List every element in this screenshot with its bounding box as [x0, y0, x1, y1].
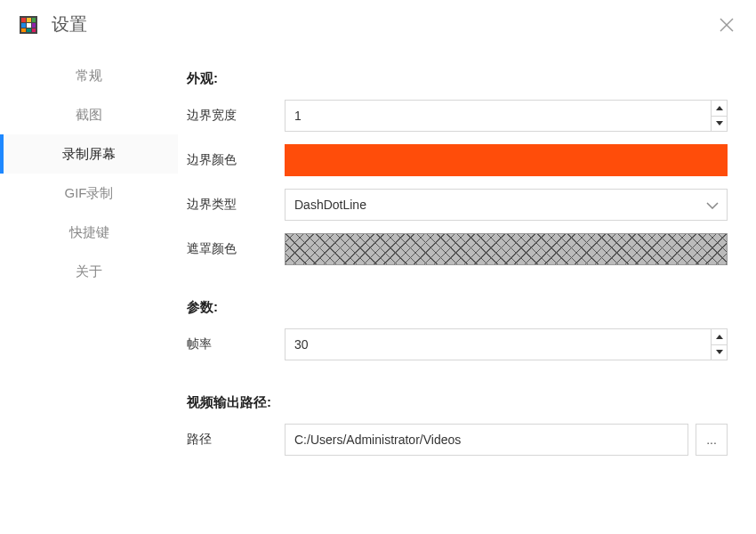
- row-border-type: 边界类型 DashDotLine: [187, 189, 728, 221]
- row-mask-color: 遮罩颜色: [187, 233, 728, 265]
- app-icon: [18, 14, 39, 36]
- row-path: 路径 ...: [187, 424, 728, 456]
- spin-up-button[interactable]: [712, 329, 727, 345]
- svg-rect-7: [21, 28, 26, 32]
- svg-rect-9: [32, 28, 36, 32]
- sidebar-item-label: 关于: [76, 263, 102, 280]
- spin-down-button[interactable]: [712, 345, 727, 360]
- close-icon: [719, 17, 735, 33]
- caret-up-icon: [716, 106, 723, 110]
- svg-rect-1: [21, 18, 26, 22]
- caret-down-icon: [716, 350, 723, 354]
- section-title-appearance: 外观:: [187, 70, 728, 87]
- svg-marker-12: [716, 106, 723, 110]
- mask-color-swatch[interactable]: [285, 233, 728, 265]
- section-title-params: 参数:: [187, 299, 728, 316]
- titlebar: 设置: [0, 0, 756, 45]
- content-panel: 外观: 边界宽度 边界颜色 边界类型: [178, 45, 756, 534]
- close-button[interactable]: [715, 13, 738, 36]
- sidebar-item-label: 常规: [76, 68, 102, 85]
- section-title-output: 视频输出路径:: [187, 394, 728, 411]
- border-width-stepper[interactable]: [285, 100, 728, 132]
- spin-down-button[interactable]: [712, 117, 727, 132]
- label-fps: 帧率: [187, 336, 285, 352]
- sidebar-item-label: 录制屏幕: [62, 146, 116, 163]
- path-input[interactable]: [285, 424, 688, 456]
- border-type-select[interactable]: DashDotLine: [285, 189, 728, 221]
- label-path: 路径: [187, 432, 285, 448]
- spin-up-button[interactable]: [712, 101, 727, 117]
- svg-rect-2: [27, 18, 31, 22]
- sidebar-item-screenshot[interactable]: 截图: [0, 95, 178, 134]
- sidebar-item-about[interactable]: 关于: [0, 252, 178, 291]
- sidebar-item-general[interactable]: 常规: [0, 56, 178, 95]
- svg-rect-3: [32, 18, 36, 22]
- window-title: 设置: [52, 12, 87, 36]
- window-body: 常规 截图 录制屏幕 GIF录制 快捷键 关于 外观: 边界宽度 边界颜: [0, 45, 756, 534]
- label-border-width: 边界宽度: [187, 108, 285, 124]
- border-width-input[interactable]: [285, 100, 728, 132]
- label-border-color: 边界颜色: [187, 152, 285, 168]
- svg-rect-5: [27, 23, 31, 28]
- browse-label: ...: [706, 433, 717, 447]
- fps-stepper[interactable]: [285, 328, 728, 360]
- row-border-width: 边界宽度: [187, 100, 728, 132]
- sidebar-item-label: 快捷键: [69, 224, 109, 241]
- sidebar: 常规 截图 录制屏幕 GIF录制 快捷键 关于: [0, 45, 178, 534]
- sidebar-item-record-screen[interactable]: 录制屏幕: [0, 134, 178, 174]
- border-type-value: DashDotLine: [294, 198, 366, 212]
- label-border-type: 边界类型: [187, 197, 285, 213]
- row-fps: 帧率: [187, 328, 728, 360]
- border-color-swatch[interactable]: [285, 144, 728, 176]
- row-border-color: 边界颜色: [187, 144, 728, 176]
- svg-rect-4: [21, 23, 26, 28]
- caret-up-icon: [716, 335, 723, 339]
- sidebar-item-label: 截图: [76, 107, 102, 124]
- label-mask-color: 遮罩颜色: [187, 241, 285, 257]
- sidebar-item-gif-record[interactable]: GIF录制: [0, 174, 178, 213]
- svg-marker-14: [716, 335, 723, 339]
- browse-button[interactable]: ...: [696, 424, 728, 456]
- settings-window: 设置 常规 截图 录制屏幕 GIF录制 快捷键 关于 外观: 边界宽度: [0, 0, 756, 534]
- svg-rect-8: [27, 28, 31, 32]
- fps-input[interactable]: [285, 328, 728, 360]
- svg-rect-6: [32, 23, 36, 28]
- sidebar-item-hotkeys[interactable]: 快捷键: [0, 213, 178, 252]
- sidebar-item-label: GIF录制: [65, 185, 114, 202]
- svg-marker-15: [716, 350, 723, 354]
- svg-marker-13: [716, 121, 723, 125]
- caret-down-icon: [716, 121, 723, 125]
